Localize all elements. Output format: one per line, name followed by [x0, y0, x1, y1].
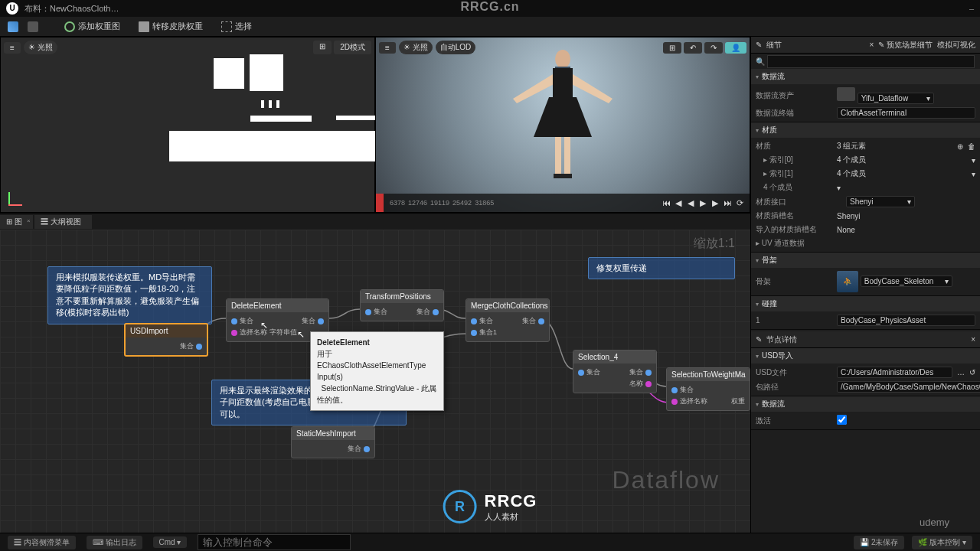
skeleton-thumb-icon[interactable]: ⛹: [837, 271, 858, 292]
window-title: 布料：NewChaosCloth…: [24, 3, 119, 15]
vp3d-grid-button[interactable]: ⊞: [663, 42, 681, 54]
vp3d-autolod-button[interactable]: 自动LOD: [436, 41, 476, 54]
axis-gizmo: [8, 187, 27, 206]
section-material[interactable]: 材质: [751, 122, 980, 138]
playhead-icon[interactable]: [376, 194, 384, 212]
browse-icon[interactable]: [28, 21, 38, 32]
vp2d-menu-button[interactable]: ≡: [4, 42, 21, 54]
section-usdimport[interactable]: USD导入: [751, 348, 980, 364]
asset-thumb-icon[interactable]: [837, 87, 855, 101]
chevron-down-icon[interactable]: ▾: [972, 156, 975, 165]
prop-value: 3 组元素: [837, 141, 952, 152]
node-mergeclothcollections[interactable]: MergeClothCollections 集合集合 集合1: [466, 298, 550, 342]
output-log-button[interactable]: ⌨ 输出日志: [87, 536, 142, 549]
node-header: StaticMeshImport: [292, 427, 374, 440]
node-header: DeleteElement: [227, 299, 328, 312]
tab-close-icon[interactable]: ×: [27, 217, 31, 224]
loop-button[interactable]: ⟳: [734, 198, 745, 208]
character-preview: [479, 45, 647, 183]
tab-details[interactable]: 细节: [766, 40, 782, 51]
console-input[interactable]: [198, 534, 351, 550]
section-skeleton[interactable]: 骨架: [751, 253, 980, 268]
usd-file-field[interactable]: C:/Users/Administrator/Des: [837, 367, 952, 378]
center-watermark: R RRCG人人素材: [443, 490, 537, 523]
add-icon[interactable]: ⊕: [957, 142, 963, 151]
vp2d-grid-button[interactable]: ⊞: [313, 41, 332, 54]
tab-outliner[interactable]: ☰ 大纲视图: [34, 215, 92, 229]
step-fwd-button[interactable]: ▶: [710, 198, 720, 208]
section-dataflow[interactable]: 数据流: [751, 69, 980, 84]
dataflow-watermark: Dataflow: [612, 466, 720, 494]
tab-preview-scene[interactable]: ✎ 预览场景细节: [878, 40, 933, 51]
comment-node-1[interactable]: 用来模拟服装传递权重。MD导出时需要降低粒子间距数值，一般18-20，注意不要重…: [47, 266, 212, 324]
chevron-down-icon[interactable]: ▾: [926, 94, 930, 103]
node-transformpositions[interactable]: TransformPositions 集合集合: [360, 289, 444, 321]
node-usdimport[interactable]: USDImport 集合: [124, 323, 208, 357]
prop-label: 包路径: [756, 382, 832, 393]
node-selectiontoweightmap[interactable]: SelectionToWeightMa 集合 选择名称权重: [666, 367, 750, 411]
vp2d-mode-button[interactable]: 2D模式: [334, 41, 371, 54]
viewport-2d[interactable]: ≡ ☀ 光照 ⊞ 2D模式: [0, 37, 375, 213]
transfer-icon: [139, 21, 149, 32]
tab-graph[interactable]: ⊞ 图×: [0, 215, 33, 229]
goto-end-button[interactable]: ⏭: [722, 198, 733, 208]
window-minimize-button[interactable]: –: [969, 4, 974, 13]
vp3d-undo-button[interactable]: ↶: [684, 42, 702, 54]
zoom-label: 缩放1:1: [694, 236, 735, 252]
prop-value[interactable]: BodyCase_PhysicsAsset: [837, 315, 975, 326]
node-selection4[interactable]: Selection_4 集合集合 名称: [573, 350, 657, 393]
node-header: TransformPositions: [361, 290, 443, 303]
step-back-button[interactable]: ◀: [673, 198, 684, 208]
version-control-button[interactable]: 🌿 版本控制 ▾: [912, 536, 972, 549]
select-button[interactable]: 选择: [217, 19, 256, 34]
details-search-input[interactable]: [767, 55, 975, 68]
prop-label: 材质插槽名: [756, 210, 832, 221]
browse-icon[interactable]: …: [957, 368, 965, 377]
prop-label: 材质: [756, 141, 832, 152]
comment-node-3[interactable]: 修复权重传递: [588, 257, 735, 279]
tab-close-icon[interactable]: ×: [971, 335, 975, 344]
section-dataflow2[interactable]: 数据流: [751, 396, 980, 412]
frame-mark: 6378: [390, 199, 405, 207]
toolbar: 添加权重图 转移皮肤权重 选择: [0, 17, 980, 37]
content-drawer-button[interactable]: ☰ 内容侧滑菜单: [8, 536, 76, 549]
playback-bar: 6378 12746 19119 25492 31865 ⏮ ◀ ◀ ▶ ▶ ⏭…: [376, 194, 750, 212]
viewport-3d[interactable]: ≡ ☀ 光照 自动LOD ⊞ ↶ ↷ 👤: [375, 37, 750, 213]
save-icon[interactable]: [8, 21, 18, 32]
cmd-dropdown[interactable]: Cmd ▾: [153, 536, 188, 548]
vp2d-canvas[interactable]: [1, 54, 374, 212]
add-weight-map-button[interactable]: 添加权重图: [60, 19, 125, 34]
play-button[interactable]: ▶: [697, 198, 708, 208]
node-editor[interactable]: 缩放1:1 Dataflow 用来模拟服装传递权重。MD导出时需要降低粒子间距数…: [0, 230, 750, 533]
delete-icon[interactable]: 🗑: [968, 142, 975, 151]
package-path-field[interactable]: /Game/MyBodyCase/Sample/NewChaosClo: [837, 381, 980, 393]
goto-start-button[interactable]: ⏮: [661, 198, 671, 208]
svg-rect-2: [553, 68, 573, 99]
reset-icon[interactable]: ↺: [969, 368, 975, 377]
vp3d-lit-button[interactable]: ☀ 光照: [399, 41, 433, 54]
node-staticmeshimport[interactable]: StaticMeshImport 集合: [291, 426, 375, 458]
play-back-button[interactable]: ◀: [685, 198, 696, 208]
tab-close-icon[interactable]: ×: [869, 41, 874, 49]
details-panel: ✎ 细节 × ✎ 预览场景细节 模拟可视化 🔍 ⚙ 数据流 数据流资产 Yifu…: [750, 37, 980, 533]
node-header: SelectionToWeightMa: [667, 368, 750, 381]
unsaved-button[interactable]: 💾 2未保存: [854, 536, 904, 549]
tab-sim-visual[interactable]: 模拟可视化: [937, 40, 975, 51]
vp3d-simulate-button[interactable]: 👤: [725, 42, 746, 54]
search-icon: 🔍: [756, 57, 765, 66]
prop-label: 导入的材质插槽名: [756, 224, 832, 235]
vp3d-menu-button[interactable]: ≡: [379, 42, 396, 54]
vp3d-redo-button[interactable]: ↷: [704, 42, 723, 54]
cursor-icon: ↖: [297, 329, 305, 340]
frame-mark: 19119: [430, 199, 449, 207]
vp2d-lit-button[interactable]: ☀ 光照: [24, 41, 57, 54]
rrcg-logo-icon: R: [443, 490, 477, 523]
tab-node-details[interactable]: 节点详情: [766, 334, 797, 345]
prop-value[interactable]: Shenyi: [837, 212, 975, 220]
cursor-icon: ↖: [260, 320, 268, 331]
prop-value: None: [837, 226, 975, 234]
activate-checkbox[interactable]: [837, 415, 847, 425]
section-collision[interactable]: 碰撞: [751, 296, 980, 311]
transfer-skin-weights-button[interactable]: 转移皮肤权重: [134, 19, 207, 34]
prop-label: USD文件: [756, 367, 832, 378]
